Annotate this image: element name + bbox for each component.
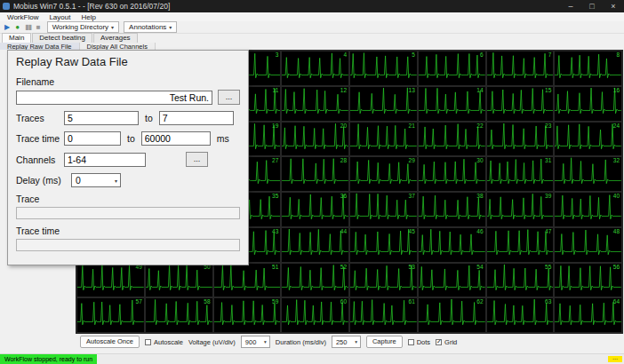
- channel-number: 21: [409, 123, 415, 130]
- menu-item-help[interactable]: Help: [76, 13, 100, 21]
- channel-number: 46: [476, 228, 483, 235]
- channel-cell[interactable]: 36: [281, 192, 349, 227]
- trace-time-to-input[interactable]: [141, 131, 211, 146]
- channel-cell[interactable]: 38: [418, 192, 486, 227]
- grid-checkbox[interactable]: Grid: [436, 338, 457, 346]
- channel-cell[interactable]: 13: [349, 86, 418, 122]
- pause-icon[interactable]: ▮▮: [23, 24, 33, 31]
- channel-cell[interactable]: 22: [418, 122, 486, 157]
- channel-cell[interactable]: 55: [486, 263, 555, 298]
- voltage-select[interactable]: 900 ▾: [241, 336, 270, 348]
- capture-button[interactable]: Capture: [366, 336, 403, 348]
- tab-main[interactable]: Main: [2, 33, 31, 43]
- channel-cell[interactable]: 54: [418, 263, 486, 298]
- main-content: 1234567891011121314151617181920212223242…: [0, 50, 624, 364]
- tab-detect-beating[interactable]: Detect beating: [32, 33, 92, 43]
- tab-strip: Main Detect beating Averages: [0, 34, 624, 43]
- channel-cell[interactable]: 12: [281, 86, 349, 122]
- filename-input[interactable]: [16, 91, 212, 105]
- channel-cell[interactable]: 20: [281, 122, 349, 157]
- channel-cell[interactable]: 64: [554, 297, 622, 333]
- channel-cell[interactable]: 16: [554, 86, 622, 122]
- channel-number: 4: [343, 51, 347, 59]
- dots-checkbox[interactable]: Dots: [408, 338, 430, 346]
- channel-number: 8: [616, 51, 620, 59]
- channel-cell[interactable]: 7: [486, 51, 555, 86]
- channel-cell[interactable]: 14: [418, 86, 486, 122]
- run-icon[interactable]: ●: [13, 24, 21, 31]
- menu-item-workflow[interactable]: WorkFlow: [2, 13, 44, 21]
- channel-cell[interactable]: 60: [281, 297, 349, 333]
- channel-cell[interactable]: 62: [418, 297, 486, 333]
- replay-raw-data-file-dialog: Replay Raw Data File Filename ... Traces…: [7, 50, 249, 265]
- autoscale-checkbox[interactable]: Autoscale: [145, 338, 183, 346]
- channel-number: 29: [409, 157, 415, 164]
- channel-cell[interactable]: 21: [349, 122, 418, 157]
- channel-cell[interactable]: 56: [554, 263, 622, 298]
- trace-time-from-input[interactable]: [64, 131, 121, 146]
- play-icon[interactable]: ▶: [3, 24, 12, 31]
- delay-value: 0: [76, 175, 81, 186]
- channel-cell[interactable]: 49: [76, 263, 145, 298]
- channel-cell[interactable]: 44: [281, 227, 349, 263]
- channel-cell[interactable]: 6: [418, 51, 486, 86]
- menu-item-layout[interactable]: Layout: [44, 13, 76, 21]
- channel-cell[interactable]: 37: [349, 192, 418, 227]
- autoscale-once-button[interactable]: Autoscale Once: [80, 336, 140, 348]
- channel-cell[interactable]: 24: [554, 122, 622, 157]
- channel-cell[interactable]: 47: [486, 227, 555, 263]
- working-directory-button[interactable]: Working Directory ▾: [47, 21, 119, 33]
- delay-select[interactable]: 0 ▾: [71, 173, 121, 187]
- channel-cell[interactable]: 39: [486, 192, 555, 227]
- traces-from-input[interactable]: [64, 111, 139, 125]
- maximize-button[interactable]: □: [581, 0, 603, 12]
- channel-cell[interactable]: 23: [486, 122, 555, 157]
- stop-icon[interactable]: ■: [35, 24, 43, 31]
- trace-readout-label: Trace: [16, 194, 240, 204]
- channel-cell[interactable]: 51: [213, 263, 282, 298]
- channel-cell[interactable]: 28: [281, 156, 349, 192]
- channel-cell[interactable]: 4: [281, 51, 349, 86]
- tab-averages[interactable]: Averages: [93, 33, 138, 43]
- channels-input[interactable]: [64, 153, 146, 167]
- channel-cell[interactable]: 48: [554, 227, 622, 263]
- duration-select[interactable]: 250 ▾: [332, 336, 361, 348]
- traces-to-input[interactable]: [159, 111, 234, 125]
- channel-cell[interactable]: 30: [418, 156, 486, 192]
- channel-cell[interactable]: 40: [554, 192, 622, 227]
- channel-cell[interactable]: 46: [418, 227, 486, 263]
- channels-browse-button[interactable]: ...: [186, 152, 208, 167]
- channel-cell[interactable]: 45: [349, 227, 418, 263]
- status-message: WorkFlow stopped, ready to run: [0, 354, 97, 364]
- channel-number: 61: [409, 298, 415, 305]
- channel-cell[interactable]: 8: [554, 51, 622, 86]
- duration-label: Duration (ms/div): [276, 338, 326, 346]
- channel-cell[interactable]: 32: [554, 156, 622, 192]
- channel-cell[interactable]: 29: [349, 156, 418, 192]
- voltage-value: 900: [245, 338, 257, 346]
- to-label: to: [145, 113, 153, 123]
- delay-label: Delay (ms): [16, 175, 71, 186]
- channel-cell[interactable]: 57: [76, 297, 145, 333]
- channels-label: Channels: [16, 154, 64, 165]
- channel-number: 7: [548, 51, 552, 59]
- channel-cell[interactable]: 63: [486, 297, 555, 333]
- close-button[interactable]: ×: [603, 0, 624, 12]
- channel-number: 38: [476, 193, 483, 200]
- display-controls-bar: Autoscale Once Autoscale Voltage (uV/div…: [0, 334, 624, 350]
- channel-cell[interactable]: 58: [145, 297, 213, 333]
- channel-number: 64: [613, 298, 620, 305]
- channel-cell[interactable]: 53: [349, 263, 418, 298]
- channel-cell[interactable]: 50: [145, 263, 213, 298]
- channel-cell[interactable]: 15: [486, 86, 555, 122]
- channel-cell[interactable]: 59: [213, 297, 282, 333]
- channel-cell[interactable]: 61: [349, 297, 418, 333]
- filename-label: Filename: [16, 76, 240, 87]
- channel-number: 52: [340, 264, 347, 271]
- annotations-button[interactable]: Annotations ▾: [124, 21, 177, 33]
- filename-browse-button[interactable]: ...: [218, 90, 240, 105]
- channel-cell[interactable]: 5: [349, 51, 418, 86]
- channel-cell[interactable]: 52: [281, 263, 349, 298]
- channel-cell[interactable]: 31: [486, 156, 555, 192]
- minimize-button[interactable]: –: [560, 0, 581, 12]
